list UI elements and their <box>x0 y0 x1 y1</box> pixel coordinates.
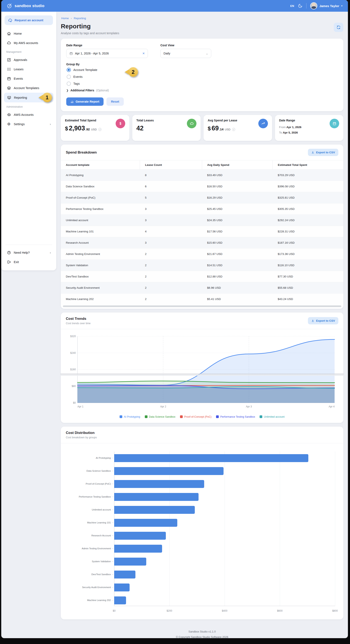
sidebar-item-reporting[interactable]: Reporting 1 <box>4 93 53 102</box>
table-row[interactable]: Unlimited account3$24.35 USD$292.24 USD <box>61 215 343 226</box>
bar[interactable] <box>114 454 308 462</box>
bar[interactable] <box>114 596 126 604</box>
horizontal-scrollbar[interactable] <box>63 306 341 307</box>
svg-text:$240: $240 <box>70 352 76 354</box>
sidebar-item-exit[interactable]: Exit <box>4 258 53 266</box>
legend-label: Performance Testing Sandbox <box>220 415 255 418</box>
bar-track <box>114 480 335 488</box>
column-header[interactable]: Lease Count <box>140 160 202 170</box>
table-row[interactable]: Security Audit Environment2$6.96 USD$55.… <box>61 282 343 294</box>
download-icon <box>311 151 314 154</box>
table-row[interactable]: System Validation2$14.51 USD$116.10 USD <box>61 260 343 271</box>
bar[interactable] <box>114 467 223 475</box>
table-row[interactable]: Machine Learning 2022$5.41 USD$43.24 USD <box>61 294 343 305</box>
cell-total: $305.35 USD <box>273 204 343 215</box>
sidebar-item-events[interactable]: Events <box>4 74 53 83</box>
bar[interactable] <box>114 506 195 514</box>
table-row[interactable]: AI Prototyping8$33.49 USD$703.29 USD <box>61 170 343 181</box>
bar-row: Dev/Test Sandbox <box>66 568 335 581</box>
legend-item[interactable]: Unlimited account <box>260 415 284 418</box>
bar[interactable] <box>114 570 135 578</box>
bar[interactable] <box>114 584 130 592</box>
reset-button[interactable]: Reset <box>106 98 124 106</box>
sidebar-item-label: Events <box>14 77 23 80</box>
legend-label: Data Science Sandbox <box>149 415 175 418</box>
sidebar-item-aws-accounts[interactable]: AWS Accounts <box>4 110 53 119</box>
clear-date-icon[interactable]: ✕ <box>142 52 145 55</box>
date-range-input[interactable]: Apr 1, 2026 - Apr 5, 2026 ✕ <box>66 49 148 58</box>
to-value: Apr 5, 2026 <box>283 131 298 134</box>
sidebar-item-my-aws-accounts[interactable]: My AWS accounts <box>4 38 53 47</box>
info-icon[interactable]: i <box>232 128 235 131</box>
bar[interactable] <box>114 519 177 527</box>
additional-filters-toggle[interactable]: ❯ Additional Filters (Optional) <box>66 89 338 92</box>
table-row[interactable]: Proof-of-Concept (PoC)5$16.29 USD$325.81… <box>61 192 343 204</box>
dark-mode-toggle-moon-icon[interactable] <box>298 4 303 8</box>
stat-card-date-range: Date Range From Apr 1, 2026 To Apr 5, 20… <box>275 115 344 141</box>
cell-template: AI Prototyping <box>61 170 140 181</box>
cell-template: Unlimited account <box>61 215 140 226</box>
bar-row: Admin Testing Environment <box>66 542 335 555</box>
table-row[interactable]: Data Science Sandbox6$16.50 USD$396.08 U… <box>61 181 343 192</box>
cell-total: $396.08 USD <box>273 181 343 192</box>
sidebar: Request an account Home My AWS accounts … <box>1 12 56 270</box>
bar-track <box>114 454 335 462</box>
table-row[interactable]: Dev/Test Sandbox2$12.88 USD$77.30 USD <box>61 271 343 282</box>
brand-name: sandbox studio <box>14 4 44 8</box>
column-header[interactable]: Estimated Total Spent <box>273 160 343 170</box>
bar-row: Research Account <box>66 529 335 542</box>
bar[interactable] <box>114 532 166 540</box>
legend-item[interactable]: Proof-of-Concept (PoC) <box>180 415 211 418</box>
legend-item[interactable]: Performance Testing Sandbox <box>216 415 255 418</box>
info-icon[interactable]: i <box>98 128 101 131</box>
column-header[interactable]: Account template <box>61 160 140 170</box>
table-row[interactable]: Admin Testing Environment2$21.67 USD$173… <box>61 248 343 260</box>
cell-count: 6 <box>140 181 202 192</box>
bar[interactable] <box>114 558 146 566</box>
legend-item[interactable]: AI Prototyping <box>120 415 140 418</box>
sidebar-item-account-templates[interactable]: Account Templates <box>4 84 53 92</box>
stat-cents: .14 <box>219 128 223 131</box>
request-account-button[interactable]: Request an account <box>4 16 53 25</box>
sidebar-item-leases[interactable]: Leases <box>4 65 53 74</box>
user-menu[interactable]: James Taylor ▾ <box>310 2 343 10</box>
to-label: To <box>279 131 282 134</box>
bar-track <box>114 493 335 501</box>
bar[interactable] <box>114 480 204 488</box>
sidebar-item-settings[interactable]: ⚙ Settings › <box>4 120 53 128</box>
column-header[interactable]: Avg Daily Spend <box>202 160 273 170</box>
cost-view-select[interactable]: Daily ⌄ <box>161 49 211 58</box>
bar-rows: AI Prototyping Data Science Sandbox Proo… <box>66 452 335 607</box>
radio-events[interactable]: Events <box>67 75 338 79</box>
radio-account-template[interactable]: Account Template <box>67 68 338 72</box>
sidebar-item-need-help[interactable]: Need Help? › <box>4 248 53 257</box>
bar[interactable] <box>114 493 198 501</box>
radio-unselected-icon <box>67 82 71 86</box>
cost-trends-chart[interactable]: $0$80$160$240$320Apr 1Apr 2Apr 3Apr 4 <box>61 329 343 413</box>
sidebar-item-home[interactable]: Home <box>4 29 53 38</box>
brand-logo[interactable]: sandbox studio <box>7 3 44 9</box>
export-csv-button[interactable]: Export to CSV <box>308 317 338 324</box>
export-csv-button[interactable]: Export to CSV <box>308 149 338 156</box>
chevron-right-icon: ❯ <box>66 89 69 92</box>
refresh-button[interactable] <box>334 23 343 32</box>
table-row[interactable]: Performance Testing Sandbox3$25.45 USD$3… <box>61 204 343 215</box>
table-row[interactable]: Research Account3$15.60 USD$187.16 USD <box>61 237 343 248</box>
radio-tags[interactable]: Tags <box>67 82 338 86</box>
generate-report-button[interactable]: Generate Report <box>66 98 104 106</box>
cell-template: System Validation <box>61 260 140 271</box>
sidebar-item-approvals[interactable]: Approvals <box>4 55 53 64</box>
bar[interactable] <box>114 545 162 553</box>
table-row[interactable]: Machine Learning 1014$17.56 USD$228.31 U… <box>61 226 343 237</box>
cost-distribution-chart[interactable]: AI Prototyping Data Science Sandbox Proo… <box>61 443 343 620</box>
breadcrumb-current[interactable]: Reporting <box>74 17 86 20</box>
stat-unit: USD <box>225 128 230 131</box>
breadcrumb-home[interactable]: Home <box>61 17 69 20</box>
language-switcher[interactable]: EN <box>290 4 294 8</box>
legend-item[interactable]: Data Science Sandbox <box>145 415 175 418</box>
cell-avg: $15.60 USD <box>202 237 273 248</box>
chevron-right-icon: › <box>50 251 51 254</box>
cell-total: $173.36 USD <box>273 248 343 260</box>
bar-category-label: AI Prototyping <box>66 456 111 460</box>
cloud-plus-icon <box>8 18 12 22</box>
